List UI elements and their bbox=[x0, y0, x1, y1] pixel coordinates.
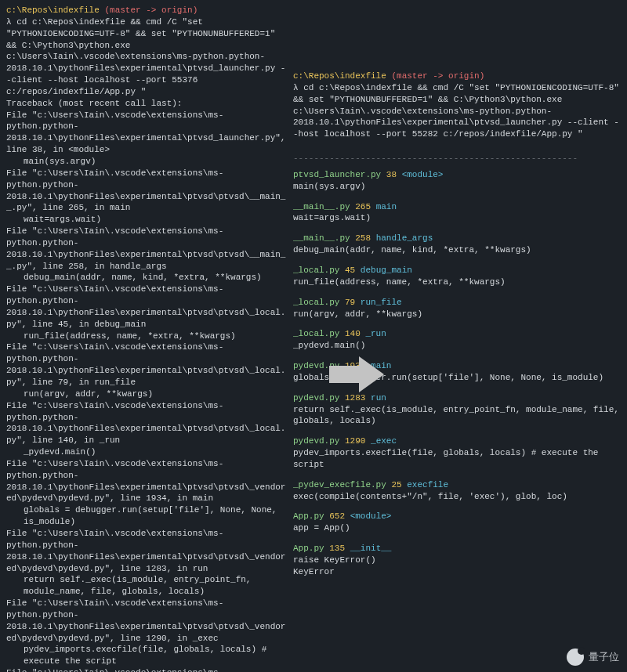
separator-line: ----------------------------------------… bbox=[293, 153, 621, 164]
traceback-file-line: File "c:\Users\Iain\.vscode\extensions\m… bbox=[6, 458, 287, 504]
pretty-frame: pydevd.py 1283 runreturn self._exec(is_m… bbox=[293, 392, 621, 428]
pretty-frame: pydevd.py 1290 _execpydev_imports.execfi… bbox=[293, 435, 621, 471]
frame-code: pydev_imports.execfile(file, globals, lo… bbox=[293, 447, 621, 471]
pretty-frame-header: pydevd.py 1290 _exec bbox=[293, 435, 621, 447]
pretty-frame: _local.py 140 _run_pydevd.main() bbox=[293, 328, 621, 352]
traceback-code-line: return self._exec(is_module, entry_point… bbox=[6, 574, 287, 598]
traceback-code-line: run_file(address, name, *extra, **kwargs… bbox=[6, 331, 287, 342]
traceback-file-line: File "c:\Users\Iain\.vscode\extensions\m… bbox=[6, 400, 287, 446]
frame-lineno: 135 bbox=[329, 544, 350, 553]
frame-code: run(argv, addr, **kwargs) bbox=[293, 309, 621, 320]
prompt-branch: (master -> origin) bbox=[391, 71, 484, 81]
traceback-file-line: File "c:\Users\Iain\.vscode\extensions\m… bbox=[6, 667, 287, 672]
prompt-symbol: λ bbox=[6, 17, 12, 27]
frame-code: run_file(address, name, *extra, **kwargs… bbox=[293, 276, 621, 288]
frame-lineno: 258 bbox=[355, 233, 375, 243]
frame-lineno: 25 bbox=[391, 480, 407, 490]
frame-filename: _pydev_execfile.py bbox=[293, 480, 391, 490]
traceback-file-line: File "c:\Users\Iain\.vscode\extensions\m… bbox=[6, 284, 287, 330]
frame-filename: _local.py bbox=[293, 298, 345, 307]
frame-lineno: 652 bbox=[329, 511, 350, 521]
frame-function: __init__ bbox=[350, 544, 392, 553]
arrow-icon bbox=[329, 356, 384, 396]
pretty-frame-header: ptvsd_launcher.py 38 <module> bbox=[293, 169, 621, 181]
frame-function: _run bbox=[365, 329, 386, 338]
frame-lineno: 140 bbox=[345, 329, 365, 338]
exception-right: KeyError bbox=[293, 566, 621, 578]
frame-function: main bbox=[376, 202, 397, 211]
traceback-code-line: wait=args.wait) bbox=[6, 214, 287, 226]
traceback-file-line: File "c:\Users\Iain\.vscode\extensions\m… bbox=[6, 341, 287, 388]
frame-code: main(sys.argv) bbox=[293, 181, 621, 193]
frame-code: debug_main(addr, name, kind, *extra, **k… bbox=[293, 244, 621, 256]
pretty-frame-header: _pydev_execfile.py 25 execfile bbox=[293, 479, 621, 491]
frame-function: <module> bbox=[350, 511, 392, 521]
traceback-frames-left: File "c:\Users\Iain\.vscode\extensions\m… bbox=[6, 110, 287, 672]
traceback-code-line: pydev_imports.execfile(file, globals, lo… bbox=[6, 644, 287, 667]
frame-function: run_file bbox=[361, 298, 402, 307]
left-panel-original-traceback: c:\Repos\indexfile (master -> origin) λ … bbox=[0, 0, 290, 672]
frame-function: execfile bbox=[407, 480, 448, 490]
frame-function: debug_main bbox=[361, 266, 412, 275]
shell-prompt-left: c:\Repos\indexfile (master -> origin) bbox=[6, 5, 287, 16]
frame-function: _exec bbox=[371, 436, 397, 446]
traceback-header: Traceback (most recent call last): bbox=[6, 98, 287, 110]
traceback-code-line: globals = debugger.run(setup['file'], No… bbox=[6, 504, 287, 528]
shell-command-right: λ cd c:\Repos\indexfile && cmd /C "set "… bbox=[293, 82, 621, 140]
comparison-container: c:\Repos\indexfile (master -> origin) λ … bbox=[0, 0, 627, 672]
shell-prompt-right: c:\Repos\indexfile (master -> origin) bbox=[293, 70, 621, 82]
frame-code: exec(compile(contents+"/n", file, 'exec'… bbox=[293, 491, 621, 503]
frame-function: handle_args bbox=[376, 233, 433, 243]
prompt-symbol: λ bbox=[293, 83, 299, 92]
frame-lineno: 265 bbox=[355, 202, 375, 211]
pretty-frame-header: _local.py 45 debug_main bbox=[293, 265, 621, 276]
traceback-code-line: debug_main(addr, name, kind, *extra, **k… bbox=[6, 272, 287, 284]
frame-lineno: 45 bbox=[345, 266, 361, 275]
shell-command-left: λ cd c:\Repos\indexfile && cmd /C "set "… bbox=[6, 16, 287, 98]
frame-filename: _local.py bbox=[293, 329, 345, 338]
watermark-icon bbox=[567, 649, 584, 666]
frame-filename: __main__.py bbox=[293, 233, 355, 243]
prompt-path: c:\Repos\indexfile bbox=[293, 71, 386, 81]
frame-code: raise KeyError() bbox=[293, 555, 621, 566]
frame-filename: ptvsd_launcher.py bbox=[293, 170, 386, 179]
command-text: cd c:\Repos\indexfile && cmd /C "set "PY… bbox=[6, 17, 285, 96]
frame-lineno: 38 bbox=[386, 170, 402, 179]
traceback-file-line: File "c:\Users\Iain\.vscode\extensions\m… bbox=[6, 528, 287, 574]
pretty-frame-header: App.py 135 __init__ bbox=[293, 543, 621, 555]
pretty-frame-header: App.py 652 <module> bbox=[293, 511, 621, 522]
frame-code: _pydevd.main() bbox=[293, 340, 621, 352]
watermark: 量子位 bbox=[567, 649, 619, 666]
watermark-text: 量子位 bbox=[589, 650, 619, 664]
right-panel-pretty-traceback: c:\Repos\indexfile (master -> origin) λ … bbox=[290, 0, 627, 672]
svg-marker-0 bbox=[329, 356, 384, 392]
frame-lineno: 79 bbox=[345, 298, 361, 307]
frame-filename: App.py bbox=[293, 544, 329, 553]
traceback-code-line: _pydevd.main() bbox=[6, 446, 287, 458]
pretty-frame: App.py 135 __init__raise KeyError()KeyEr… bbox=[293, 543, 621, 578]
frame-code: return self._exec(is_module, entry_point… bbox=[293, 404, 621, 428]
pretty-frame: __main__.py 258 handle_argsdebug_main(ad… bbox=[293, 233, 621, 256]
pretty-frame: _pydev_execfile.py 25 execfileexec(compi… bbox=[293, 479, 621, 503]
traceback-file-line: File "c:\Users\Iain\.vscode\extensions\m… bbox=[6, 226, 287, 272]
pretty-frame: ptvsd_launcher.py 38 <module>main(sys.ar… bbox=[293, 169, 621, 193]
frame-filename: pydevd.py bbox=[293, 436, 345, 446]
pretty-frame-header: __main__.py 265 main bbox=[293, 201, 621, 213]
frame-code: app = App() bbox=[293, 522, 621, 534]
traceback-code-line: main(sys.argv) bbox=[6, 156, 287, 168]
command-text: cd c:\Repos\indexfile && cmd /C "set "PY… bbox=[293, 83, 619, 139]
frame-function: <module> bbox=[402, 170, 444, 179]
pretty-frame: _local.py 45 debug_mainrun_file(address,… bbox=[293, 265, 621, 288]
pretty-frame-header: __main__.py 258 handle_args bbox=[293, 233, 621, 244]
pretty-frame-header: _local.py 140 _run bbox=[293, 328, 621, 340]
traceback-code-line: run(argv, addr, **kwargs) bbox=[6, 388, 287, 400]
pretty-frame: App.py 652 <module>app = App() bbox=[293, 511, 621, 534]
pretty-frame: _local.py 79 run_filerun(argv, addr, **k… bbox=[293, 297, 621, 320]
traceback-file-line: File "c:\Users\Iain\.vscode\extensions\m… bbox=[6, 110, 287, 156]
traceback-file-line: File "c:\Users\Iain\.vscode\extensions\m… bbox=[6, 598, 287, 644]
frame-lineno: 1290 bbox=[345, 436, 371, 446]
frame-code: wait=args.wait) bbox=[293, 212, 621, 224]
prompt-path: c:\Repos\indexfile bbox=[6, 5, 100, 15]
pretty-frame: __main__.py 265 mainwait=args.wait) bbox=[293, 201, 621, 225]
pretty-frame-header: _local.py 79 run_file bbox=[293, 297, 621, 309]
